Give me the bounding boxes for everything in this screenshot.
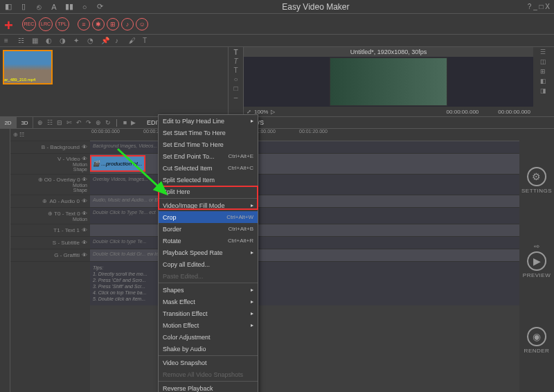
tb-icon-1[interactable]: ▯ bbox=[19, 3, 28, 11]
ctx-split-selected-item[interactable]: Split Selected Item bbox=[159, 174, 258, 186]
play-icon[interactable]: ▷ bbox=[271, 109, 275, 115]
track-bg[interactable]: B - Background👁 bbox=[10, 141, 90, 154]
tool-btn-3[interactable]: ⊞ bbox=[107, 18, 119, 30]
ctx-split-here[interactable]: Split Here bbox=[159, 186, 258, 197]
timeline-ruler[interactable]: 00:00:00.00000:00:20.00000:00:40.00000:0… bbox=[90, 129, 519, 141]
ctx-rotate[interactable]: RotateCtrl+Alt+R bbox=[159, 235, 258, 247]
sb-3[interactable]: ▦ bbox=[32, 37, 40, 45]
ctx-shake-by-audio[interactable]: Shake by Audio bbox=[159, 343, 258, 355]
tb-icon-3[interactable]: A bbox=[50, 3, 58, 11]
th-lock-icon[interactable]: ⊟ bbox=[57, 119, 62, 126]
tpl-button[interactable]: TPL bbox=[55, 17, 69, 31]
sb-4[interactable]: ◐ bbox=[46, 37, 54, 45]
square-icon[interactable]: □ bbox=[233, 84, 238, 92]
rb-1[interactable]: ☰ bbox=[540, 48, 547, 55]
tool-btn-4[interactable]: ♪ bbox=[121, 18, 134, 30]
rb-3[interactable]: ⊞ bbox=[540, 68, 547, 75]
ctx-playback-speed-rate[interactable]: Playback Speed Rate▸ bbox=[159, 247, 258, 258]
sb-6[interactable]: ✦ bbox=[73, 37, 82, 45]
sb-11[interactable]: T bbox=[143, 37, 151, 45]
row-subtitle[interactable]: Double Click to type Te... bbox=[90, 237, 519, 249]
track-overlay[interactable]: ⊕ O0 - Overlay 0 👁MotionShape bbox=[10, 175, 90, 195]
rb-5[interactable]: ◨ bbox=[540, 87, 547, 94]
tb-icon-2[interactable]: ⎋ bbox=[35, 3, 43, 11]
track-audio[interactable]: ⊕ A0 - Audio 0 👁 bbox=[10, 195, 90, 208]
track-graffiti[interactable]: G - Graffiti 👁 bbox=[10, 249, 90, 262]
titlebar: ◧ ▯ ⎋ A ▮▮ ○ ⟳ Easy Video Maker ? _ □ X bbox=[0, 0, 554, 14]
ctx-set-start-time-to-here[interactable]: Set Start Time To Here bbox=[159, 127, 258, 139]
track-text0[interactable]: ⊕ T0 - Text 0 👁Motion bbox=[10, 208, 90, 224]
track-controls: ⊕ ☷ bbox=[10, 129, 90, 141]
ctx-reverse-playback[interactable]: Reverse Playback bbox=[159, 382, 258, 392]
sb-8[interactable]: 📌 bbox=[101, 37, 109, 45]
rb-2[interactable]: ◫ bbox=[540, 58, 547, 65]
preview-canvas[interactable] bbox=[244, 57, 533, 107]
ctx-transition-effect[interactable]: Transition Effect▸ bbox=[159, 308, 258, 319]
ctx-copy-all-edited-[interactable]: Copy all Edited... bbox=[159, 258, 258, 270]
ctx-cut-selected-item[interactable]: Cut Selected ItemCtrl+Alt+C bbox=[159, 162, 258, 174]
rb-4[interactable]: ◧ bbox=[540, 78, 547, 84]
row-bg[interactable]: Background Images, Videos... bbox=[90, 141, 519, 154]
ctx-edit-to-play-head-line[interactable]: Edit to Play Head Line▸ bbox=[159, 115, 258, 127]
th-cut-icon[interactable]: ✄ bbox=[66, 119, 72, 126]
tool-btn-5[interactable]: ☺ bbox=[136, 18, 148, 30]
ctx-video-snapshot[interactable]: Video Snapshot bbox=[159, 357, 258, 368]
tool-btn-2[interactable]: ✱ bbox=[92, 18, 105, 30]
add-button[interactable]: + bbox=[4, 17, 19, 32]
tb-icon-4[interactable]: ▮▮ bbox=[65, 3, 73, 11]
row-video[interactable]: 🎬 ...production id... bbox=[90, 154, 519, 175]
track-subtitle[interactable]: S - Subtitle 👁 bbox=[10, 237, 90, 249]
rec-button[interactable]: REC bbox=[22, 17, 36, 31]
th-zoom-icon[interactable]: ⊕ bbox=[37, 119, 43, 126]
sb-2[interactable]: ☷ bbox=[18, 37, 26, 45]
ctx-mask-effect[interactable]: Mask Effect▸ bbox=[159, 296, 258, 308]
text-bold-icon[interactable]: T bbox=[233, 48, 238, 56]
media-thumbnail[interactable]: ar_489_210.mp4 bbox=[3, 50, 53, 84]
lrc-button[interactable]: LRC bbox=[39, 17, 53, 31]
render-button[interactable]: ◉RENDER bbox=[524, 327, 550, 354]
circle-icon[interactable]: ○ bbox=[233, 75, 238, 83]
preview-button[interactable]: ⇨▶PREVIEW bbox=[523, 242, 551, 278]
sb-9[interactable]: ♪ bbox=[115, 37, 123, 45]
tab-2d[interactable]: 2D bbox=[0, 116, 17, 129]
th-list-icon[interactable]: ☷ bbox=[47, 119, 53, 126]
track-text1[interactable]: T1 - Text 1 👁 bbox=[10, 224, 90, 237]
tb-icon-5[interactable]: ○ bbox=[80, 3, 89, 11]
row-text0[interactable]: Double Click to Type Te... ect bbox=[90, 208, 519, 224]
th-redo-icon[interactable]: ↷ bbox=[86, 119, 91, 126]
row-overlay[interactable]: Overlay Videos, Images... bbox=[90, 175, 519, 195]
th-ref-icon[interactable]: ↻ bbox=[105, 119, 111, 126]
row-graffiti[interactable]: Double Click to Add Gr... ew in the prev… bbox=[90, 249, 519, 262]
tb-icon-6[interactable]: ⟳ bbox=[96, 3, 104, 11]
ctx-video-image-fill-mode[interactable]: Video/Image Fill Mode▸ bbox=[159, 199, 258, 211]
ctx-shapes[interactable]: Shapes▸ bbox=[159, 284, 258, 296]
ctx-crop[interactable]: CropCtrl+Alt+W bbox=[159, 211, 258, 223]
sb-5[interactable]: ◑ bbox=[60, 37, 68, 45]
track-video[interactable]: V - Video 👁 Motion Shape bbox=[10, 154, 90, 175]
th-play-icon[interactable]: ▶ bbox=[131, 119, 136, 126]
window-controls[interactable]: ? _ □ X bbox=[528, 3, 550, 10]
sb-10[interactable]: 🖌 bbox=[129, 37, 137, 45]
th-stop-icon[interactable]: ■ bbox=[123, 119, 127, 126]
ctx-color-adjustment[interactable]: Color Adjustment bbox=[159, 331, 258, 343]
settings-button[interactable]: ⚙SETTINGS bbox=[521, 167, 552, 194]
sb-1[interactable]: ≡ bbox=[4, 37, 12, 45]
video-clip[interactable]: 🎬 ...production id... bbox=[90, 155, 145, 172]
ctx-border[interactable]: BorderCtrl+Alt+B bbox=[159, 223, 258, 235]
timeline-content[interactable]: 00:00:00.00000:00:20.00000:00:40.00000:0… bbox=[90, 129, 519, 392]
th-undo-icon[interactable]: ↶ bbox=[76, 119, 82, 126]
row-text1[interactable] bbox=[90, 224, 519, 237]
ctx-set-end-time-to-here[interactable]: Set End Time To Here bbox=[159, 139, 258, 150]
minus-icon[interactable]: – bbox=[234, 93, 238, 101]
ctx-set-end-point-to-[interactable]: Set End Point To...Ctrl+Alt+E bbox=[159, 150, 258, 162]
text-italic-icon[interactable]: T bbox=[233, 57, 238, 65]
th-marker-icon[interactable]: │ bbox=[115, 119, 119, 126]
tab-3d[interactable]: 3D bbox=[17, 116, 33, 129]
text-icon[interactable]: T bbox=[233, 66, 238, 74]
tool-btn-1[interactable]: ≡ bbox=[78, 18, 90, 30]
timeline-body: ⊕ ☷ B - Background👁 V - Video 👁 Motion S… bbox=[0, 129, 554, 392]
row-audio[interactable]: Audio, Music and Audio... or Block, or D… bbox=[90, 195, 519, 208]
sb-7[interactable]: ◔ bbox=[87, 37, 96, 45]
th-plus-icon[interactable]: ⊕ bbox=[96, 119, 101, 126]
ctx-motion-effect[interactable]: Motion Effect▸ bbox=[159, 319, 258, 331]
